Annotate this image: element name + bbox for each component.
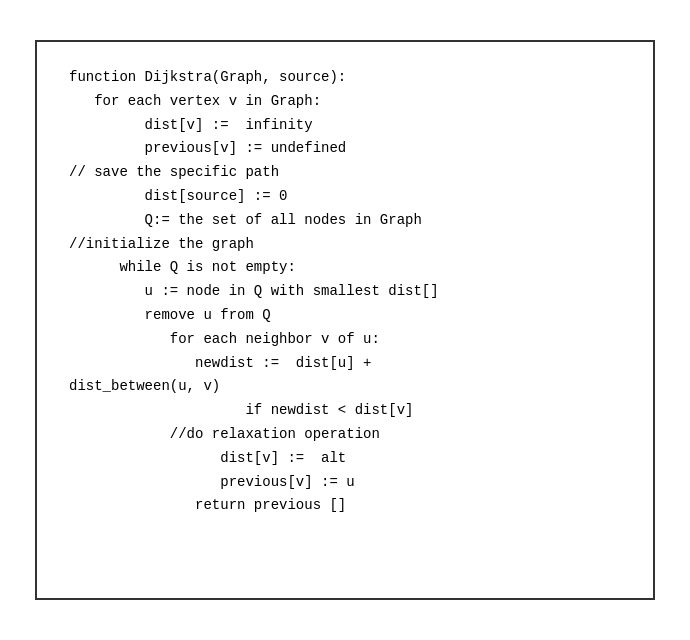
code-block: function Dijkstra(Graph, source): for ea… bbox=[69, 66, 621, 518]
code-container: function Dijkstra(Graph, source): for ea… bbox=[35, 40, 655, 600]
